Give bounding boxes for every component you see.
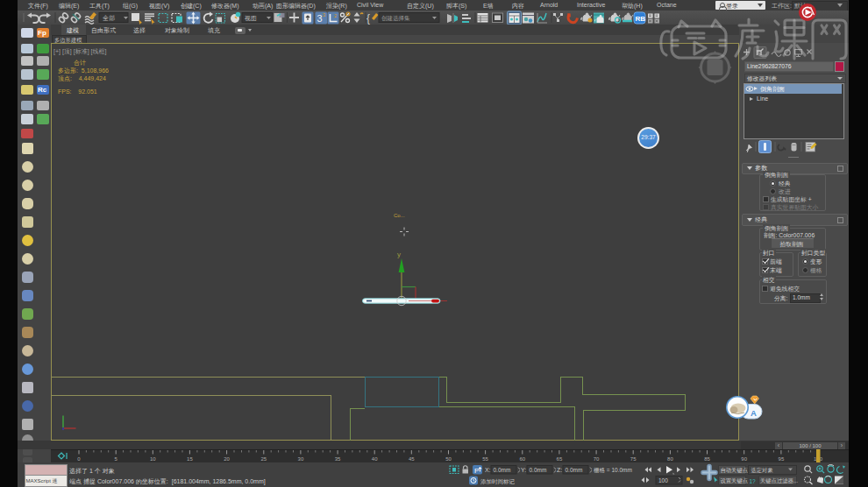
svg-text:Y:: Y:	[521, 467, 526, 473]
svg-text:RB: RB	[636, 15, 646, 23]
svg-text:10: 10	[150, 456, 156, 462]
svg-text:0.0mm: 0.0mm	[494, 467, 511, 473]
svg-text:15: 15	[187, 456, 193, 462]
svg-text:添加时间标记: 添加时间标记	[480, 478, 516, 485]
svg-text:65: 65	[557, 456, 563, 462]
svg-text:视图: 视图	[245, 15, 257, 22]
svg-text:栅格 = 10.0mm: 栅格 = 10.0mm	[594, 467, 632, 474]
svg-text:25: 25	[260, 456, 267, 462]
svg-text:90: 90	[741, 456, 747, 462]
svg-text:关键点过滤器...: 关键点过滤器...	[760, 477, 798, 484]
svg-text:80: 80	[667, 456, 673, 462]
svg-text:60: 60	[519, 456, 525, 462]
svg-text:70: 70	[594, 456, 600, 462]
svg-text:自动关键点: 自动关键点	[721, 467, 748, 474]
svg-text:3: 3	[317, 13, 323, 24]
svg-text:100: 100	[658, 477, 668, 483]
svg-text:85: 85	[704, 456, 710, 462]
svg-text:5: 5	[115, 456, 118, 462]
svg-text:Co...: Co...	[394, 213, 405, 218]
svg-text:{: {	[366, 12, 370, 25]
svg-text:0.0mm: 0.0mm	[566, 467, 583, 473]
svg-text:20: 20	[224, 456, 230, 462]
svg-text:50: 50	[445, 456, 452, 462]
svg-text:35: 35	[335, 456, 341, 462]
svg-text:55: 55	[482, 456, 488, 462]
svg-text:P: P	[474, 467, 479, 475]
svg-text:40: 40	[372, 456, 378, 462]
svg-text:45: 45	[409, 456, 415, 462]
svg-text:0.0mm: 0.0mm	[530, 467, 547, 473]
svg-text:选定对象: 选定对象	[751, 467, 773, 474]
svg-text:1?: 1?	[750, 478, 757, 484]
svg-text:创建选择集: 创建选择集	[381, 15, 410, 22]
svg-text:X:: X:	[485, 467, 491, 473]
svg-text:95: 95	[779, 456, 785, 462]
svg-text:30: 30	[298, 456, 304, 462]
svg-text:全部: 全部	[103, 15, 115, 22]
svg-text:75: 75	[630, 456, 637, 462]
svg-text:y: y	[397, 251, 401, 258]
svg-text:Z:: Z:	[557, 467, 562, 473]
svg-text:0: 0	[77, 456, 81, 462]
svg-text:设置关键点: 设置关键点	[721, 477, 748, 484]
